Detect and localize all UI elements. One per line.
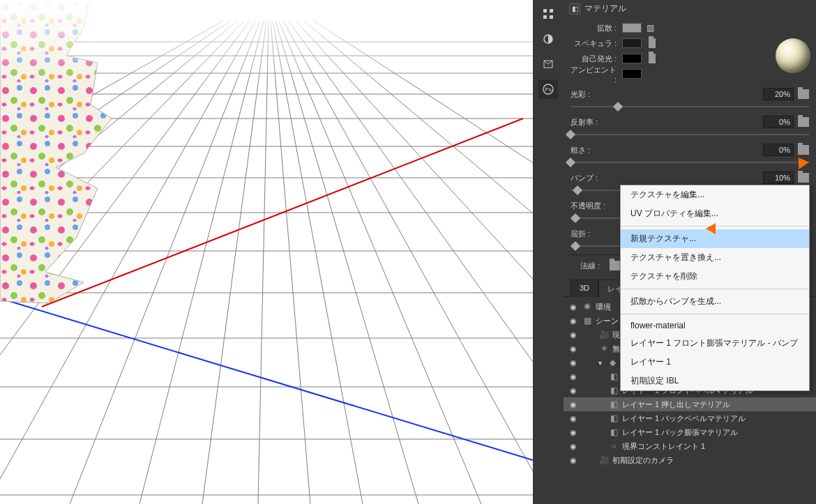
svg-line-28 xyxy=(283,21,533,504)
svg-line-20 xyxy=(70,21,260,504)
roughness-label: 粗さ : xyxy=(571,145,590,155)
twisty-icon[interactable]: ▾ xyxy=(596,359,604,367)
menu-item-layer-front-bump[interactable]: レイヤー 1 フロント膨張マテリアル - バンプ xyxy=(621,334,809,353)
svg-line-27 xyxy=(279,21,481,504)
svg-line-24 xyxy=(271,21,310,504)
shine-slider[interactable] xyxy=(571,102,809,111)
bump-value[interactable]: 10% xyxy=(763,171,794,184)
menu-item-replace-texture[interactable]: テクスチャを置き換え... xyxy=(621,248,809,267)
visibility-toggle[interactable]: ◉ xyxy=(568,414,579,423)
mode-icon-4[interactable]: Ps xyxy=(538,79,558,99)
material-title: マテリアル xyxy=(584,3,626,15)
reflection-slider[interactable] xyxy=(571,130,809,139)
visibility-toggle[interactable]: ◉ xyxy=(568,303,579,312)
tree-item-extrusion[interactable]: ◉ ◧ レイヤー 1 押し出しマテリアル xyxy=(564,397,816,411)
panel-mode-strip: Ps xyxy=(533,0,564,504)
svg-line-26 xyxy=(275,21,418,504)
env-label: 環境 xyxy=(596,302,611,312)
constraint-icon: ○ xyxy=(608,441,619,451)
menu-item-edit-texture[interactable]: テクスチャを編集... xyxy=(621,185,809,204)
tab-3d[interactable]: 3D xyxy=(571,280,598,297)
tree-item-default-camera[interactable]: ◉ 🎥 初期設定のカメラ xyxy=(564,453,816,467)
emissive-label: 自己発光 : xyxy=(571,54,619,64)
visibility-toggle[interactable]: ◉ xyxy=(568,330,579,339)
menu-separator xyxy=(621,314,809,314)
tree-item-boundary[interactable]: ◉ ○ 境界コンストレイント 1 xyxy=(564,439,816,453)
menu-item-default-ibl[interactable]: 初期設定 IBL xyxy=(621,372,809,390)
mode-icon-1[interactable] xyxy=(538,4,558,24)
shine-folder-icon[interactable] xyxy=(798,89,809,99)
specular-label: スペキュラ : xyxy=(571,38,619,49)
emissive-swatch[interactable] xyxy=(622,54,642,63)
material-node-icon: ◧ xyxy=(608,399,619,409)
light-icon: ☀ xyxy=(598,344,610,353)
material-node-icon: ◧ xyxy=(608,372,619,381)
material-node-icon: ◧ xyxy=(608,413,619,423)
diffuse-label: 拡散 : xyxy=(571,23,619,33)
camera-icon: 🎥 xyxy=(598,330,610,339)
menu-item-remove-texture[interactable]: テクスチャを削除 xyxy=(621,267,809,286)
visibility-toggle[interactable]: ◉ xyxy=(568,358,579,367)
scene-icon: ▦ xyxy=(582,316,593,326)
svg-text:Ps: Ps xyxy=(545,86,551,93)
normal-label: 法線 : xyxy=(571,261,603,271)
diffuse-texture-icon[interactable]: ▥ xyxy=(644,22,656,33)
diffuse-swatch[interactable] xyxy=(622,23,642,33)
svg-line-34 xyxy=(0,298,533,460)
svg-line-23 xyxy=(258,21,269,504)
normal-folder-icon[interactable] xyxy=(610,261,621,270)
roughness-slider[interactable] xyxy=(571,158,809,167)
visibility-toggle[interactable]: ◉ xyxy=(568,428,579,437)
material-icon: ◧ xyxy=(569,3,580,15)
bump-label: バンプ : xyxy=(571,173,598,183)
visibility-toggle[interactable]: ◉ xyxy=(568,386,579,395)
shine-value[interactable]: 20% xyxy=(763,88,794,100)
mesh-icon: ◆ xyxy=(607,358,618,367)
annotation-arrow-new-texture xyxy=(706,221,734,236)
material-preview-sphere[interactable] xyxy=(776,38,810,73)
opacity-label: 不透明度 : xyxy=(571,201,605,211)
material-node-icon: ◧ xyxy=(608,427,619,437)
refraction-label: 屈折 : xyxy=(571,229,590,239)
visibility-toggle[interactable]: ◉ xyxy=(568,344,579,353)
visibility-toggle[interactable]: ◉ xyxy=(568,456,579,465)
svg-rect-43 xyxy=(550,15,553,19)
menu-item-flower-material[interactable]: flower-material xyxy=(621,317,809,334)
roughness-folder-icon[interactable] xyxy=(798,145,809,155)
svg-line-25 xyxy=(273,21,363,504)
svg-line-21 xyxy=(139,21,264,504)
svg-line-31 xyxy=(304,21,533,504)
menu-item-layer1[interactable]: レイヤー 1 xyxy=(621,353,809,372)
mode-icon-2[interactable] xyxy=(538,29,558,49)
material-node-icon: ◧ xyxy=(608,385,619,395)
viewport-3d[interactable] xyxy=(0,0,533,504)
svg-line-29 xyxy=(289,21,533,504)
visibility-toggle[interactable]: ◉ xyxy=(568,372,579,381)
menu-separator xyxy=(621,289,809,289)
specular-texture-icon[interactable] xyxy=(644,38,656,49)
reflection-value[interactable]: 0% xyxy=(763,116,794,128)
visibility-toggle[interactable]: ◉ xyxy=(568,442,579,451)
ambient-label: アンビエント : xyxy=(571,65,619,84)
svg-rect-41 xyxy=(550,9,553,13)
menu-item-generate-bump[interactable]: 拡散からバンプを生成... xyxy=(621,292,809,311)
roughness-value[interactable]: 0% xyxy=(763,144,794,156)
emissive-texture-icon[interactable] xyxy=(644,53,656,64)
specular-swatch[interactable] xyxy=(622,38,642,48)
ambient-swatch[interactable] xyxy=(622,69,642,79)
visibility-toggle[interactable]: ◉ xyxy=(568,316,579,326)
shine-label: 光彩 : xyxy=(571,89,590,100)
tree-item-back-bevel[interactable]: ◉ ◧ レイヤー 1 バックベベルマテリアル xyxy=(564,411,816,425)
bump-context-menu: テクスチャを編集... UV プロパティを編集... 新規テクスチャ... テク… xyxy=(620,185,810,391)
svg-rect-40 xyxy=(543,9,547,13)
reflection-folder-icon[interactable] xyxy=(798,117,809,127)
tree-item-back-inflate[interactable]: ◉ ◧ レイヤー 1 バック膨張マテリアル xyxy=(564,425,816,439)
camera-icon: 🎥 xyxy=(598,455,610,465)
menu-item-edit-uv[interactable]: UV プロパティを編集... xyxy=(621,204,809,223)
svg-rect-42 xyxy=(543,15,547,19)
visibility-toggle[interactable]: ◉ xyxy=(568,400,579,409)
svg-line-22 xyxy=(202,21,266,504)
mode-icon-3[interactable] xyxy=(538,54,558,74)
scene-label: シーン xyxy=(596,316,619,326)
reflection-label: 反射率 : xyxy=(571,117,598,128)
